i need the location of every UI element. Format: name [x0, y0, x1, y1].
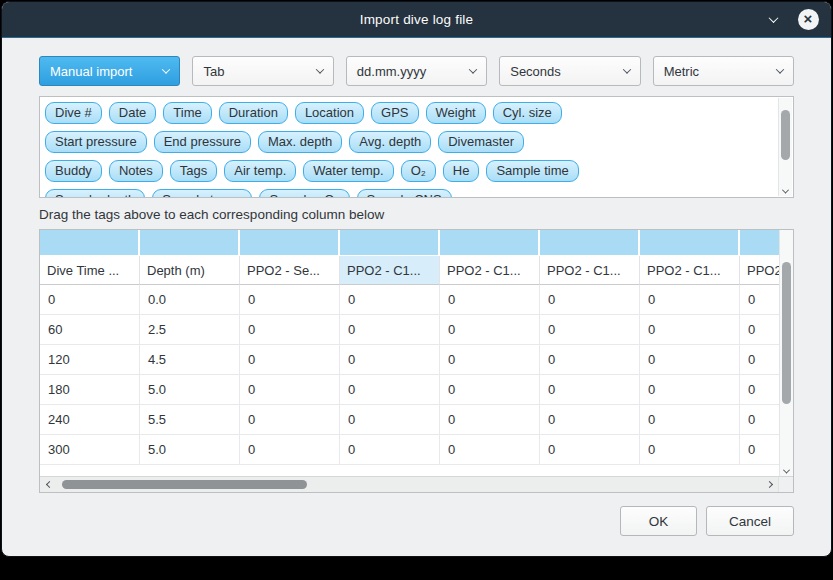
table-cell: 0 — [240, 345, 340, 375]
tag-panel-scrollbar[interactable] — [778, 98, 792, 196]
tag-max-depth[interactable]: Max. depth — [258, 131, 342, 153]
close-button[interactable]: × — [797, 9, 819, 31]
tag-tags[interactable]: Tags — [170, 160, 217, 182]
table-cell: 0 — [740, 345, 779, 375]
shade-button[interactable] — [762, 9, 784, 31]
tag-o[interactable]: O₂ — [401, 160, 436, 182]
table-cell: 0 — [640, 405, 740, 435]
tag-divemaster[interactable]: Divemaster — [438, 131, 524, 153]
tag-location[interactable]: Location — [295, 102, 364, 124]
table-cell: 240 — [40, 405, 140, 435]
tag-sample-temp[interactable]: Sample temp. — [152, 189, 252, 198]
table-cell: 0 — [340, 435, 440, 465]
table-row: 602.5000000 — [40, 315, 779, 345]
table-cell: 0 — [540, 375, 640, 405]
tag-sample-cns[interactable]: Sample CNS — [357, 189, 452, 198]
column-header[interactable]: PPO2 - C1... — [340, 256, 440, 285]
tag-start-pressure[interactable]: Start pressure — [45, 131, 147, 153]
scroll-left-arrow[interactable] — [40, 482, 58, 487]
column-header[interactable]: PPO2 - Se... — [240, 256, 340, 285]
table-row: 1805.0000000 — [40, 375, 779, 405]
cancel-button[interactable]: Cancel — [706, 506, 794, 536]
column-header[interactable]: PPO2 - C1... — [740, 256, 779, 285]
combo-value: Seconds — [510, 64, 561, 79]
table-cell: 300 — [40, 435, 140, 465]
tag-date[interactable]: Date — [109, 102, 156, 124]
chevron-down-icon — [776, 65, 784, 73]
combo-duration-format[interactable]: Seconds — [499, 56, 640, 86]
tag-row: Start pressureEnd pressureMax. depthAvg.… — [45, 131, 773, 153]
drop-target-cell[interactable] — [40, 230, 140, 256]
column-header[interactable]: PPO2 - C1... — [540, 256, 640, 285]
combo-import-mode[interactable]: Manual import — [39, 56, 180, 86]
table-row: 00.0000000 — [40, 285, 779, 315]
import-dive-log-dialog: Import dive log file × Manual importTabd… — [1, 1, 832, 557]
tag-row: BuddyNotesTagsAir temp.Water temp.O₂HeSa… — [45, 160, 773, 182]
chevron-down-icon — [469, 65, 477, 73]
header-row: Dive Time ...Depth (m)PPO2 - Se...PPO2 -… — [40, 256, 779, 285]
chevron-down-icon — [782, 187, 789, 194]
table-cell: 0 — [740, 405, 779, 435]
tag-sample-time[interactable]: Sample time — [486, 160, 578, 182]
combo-value: Metric — [664, 64, 699, 79]
table-clip: Dive Time ...Depth (m)PPO2 - Se...PPO2 -… — [40, 230, 779, 476]
column-header[interactable]: PPO2 - C1... — [440, 256, 540, 285]
tag-duration[interactable]: Duration — [219, 102, 288, 124]
tag-gps[interactable]: GPS — [371, 102, 418, 124]
tag-rows: Dive #DateTimeDurationLocationGPSWeightC… — [45, 102, 773, 198]
ok-button[interactable]: OK — [620, 506, 697, 536]
tag-notes[interactable]: Notes — [109, 160, 163, 182]
tag-dive[interactable]: Dive # — [45, 102, 102, 124]
drop-target-cell[interactable] — [640, 230, 740, 256]
table-cell: 0 — [440, 315, 540, 345]
scroll-down-arrow[interactable] — [780, 469, 793, 474]
scrollbar-thumb[interactable] — [781, 110, 790, 160]
column-header[interactable]: Depth (m) — [140, 256, 240, 285]
table-cell: 0 — [440, 405, 540, 435]
table-cell: 2.5 — [140, 315, 240, 345]
table-cell: 0 — [240, 405, 340, 435]
table-row: 2405.5000000 — [40, 405, 779, 435]
dialog-buttons: OK Cancel — [39, 506, 794, 536]
preview-table: Dive Time ...Depth (m)PPO2 - Se...PPO2 -… — [39, 229, 794, 493]
scrollbar-track[interactable] — [58, 477, 760, 492]
table-cell: 0 — [640, 285, 740, 315]
table-horizontal-scrollbar[interactable] — [40, 476, 793, 492]
column-header[interactable]: PPO2 - C1... — [640, 256, 740, 285]
table-vertical-scrollbar[interactable] — [779, 230, 793, 476]
tag-avg-depth[interactable]: Avg. depth — [349, 131, 431, 153]
drop-target-cell[interactable] — [340, 230, 440, 256]
drop-target-cell[interactable] — [740, 230, 779, 256]
chevron-right-icon — [765, 481, 772, 488]
tag-sample-po[interactable]: Sample pO₂ — [259, 189, 349, 198]
drop-target-cell[interactable] — [140, 230, 240, 256]
tag-he[interactable]: He — [443, 160, 480, 182]
tag-time[interactable]: Time — [163, 102, 211, 124]
combo-date-format[interactable]: dd.mm.yyyy — [346, 56, 487, 86]
table-cell: 0 — [340, 405, 440, 435]
tag-buddy[interactable]: Buddy — [45, 160, 102, 182]
table-cell: 0 — [540, 315, 640, 345]
drop-target-cell[interactable] — [540, 230, 640, 256]
combo-units[interactable]: Metric — [653, 56, 794, 86]
scrollbar-thumb[interactable] — [62, 480, 307, 489]
scroll-right-arrow[interactable] — [760, 482, 778, 487]
tag-weight[interactable]: Weight — [426, 102, 486, 124]
tag-end-pressure[interactable]: End pressure — [154, 131, 251, 153]
combo-field-separator[interactable]: Tab — [192, 56, 333, 86]
drop-target-cell[interactable] — [440, 230, 540, 256]
titlebar-buttons: × — [762, 9, 831, 31]
tag-cyl-size[interactable]: Cyl. size — [493, 102, 562, 124]
instruction-text: Drag the tags above to each correspondin… — [39, 207, 794, 222]
titlebar[interactable]: Import dive log file × — [2, 2, 831, 38]
table-cell: 120 — [40, 345, 140, 375]
table-cell: 0 — [340, 315, 440, 345]
tag-sample-depth[interactable]: Sample depth — [45, 189, 145, 198]
scroll-down-arrow[interactable] — [779, 189, 792, 194]
scrollbar-thumb[interactable] — [782, 262, 791, 404]
tag-water-temp[interactable]: Water temp. — [303, 160, 393, 182]
tag-air-temp[interactable]: Air temp. — [224, 160, 296, 182]
table-cell: 0 — [40, 285, 140, 315]
column-header[interactable]: Dive Time ... — [40, 256, 140, 285]
drop-target-cell[interactable] — [240, 230, 340, 256]
